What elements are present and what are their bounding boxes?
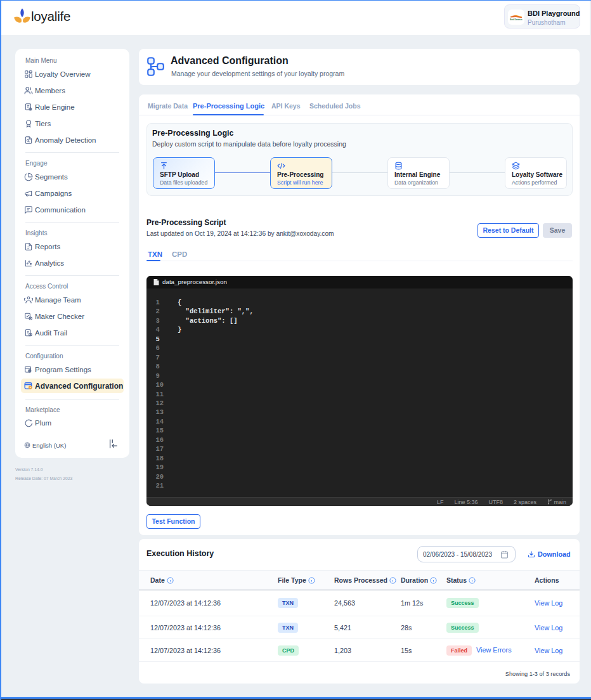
svg-text:Bank Danamon: Bank Danamon: [510, 18, 523, 21]
